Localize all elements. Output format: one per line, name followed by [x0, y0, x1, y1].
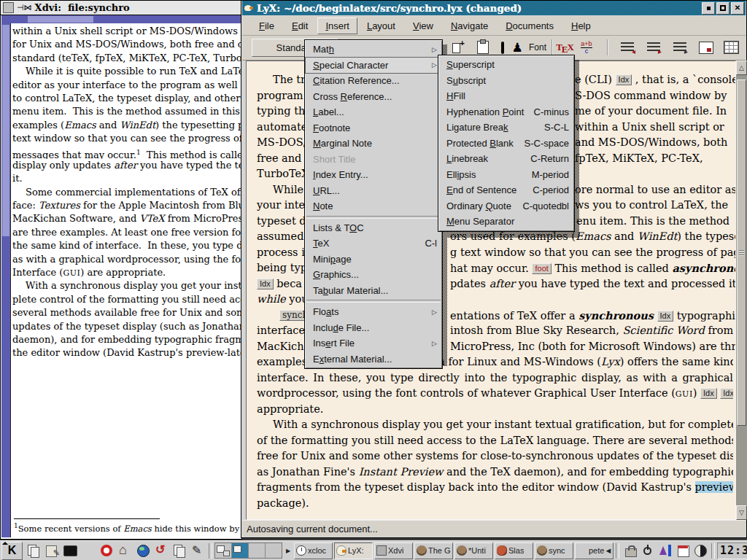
pager-desktop-2[interactable] — [232, 543, 249, 558]
task-button-pete[interactable]: pete◄ — [575, 542, 614, 559]
files-icon[interactable] — [171, 542, 188, 559]
insert-table-button[interactable] — [721, 38, 741, 57]
menubar-item-navigate[interactable]: Navigate — [443, 18, 496, 34]
idx-inset[interactable]: Idx — [720, 388, 733, 399]
insert-menu-item-index-entry[interactable]: Index Entry... — [306, 167, 441, 183]
insert-menu-item-tabular-material[interactable]: Tabular Material... — [306, 283, 441, 299]
tray-power-icon[interactable] — [639, 542, 657, 559]
menubar-item-file[interactable]: File — [251, 18, 282, 34]
news-icon[interactable] — [152, 542, 170, 559]
insert-menu-item-tex[interactable]: TeXC-l — [306, 236, 441, 252]
task-label: xcloc — [308, 546, 326, 555]
special-character-item-ordinary-quote[interactable]: Ordinary QuoteC-quotedbl — [439, 198, 573, 214]
vertical-scrollbar-thumb[interactable] — [2, 25, 9, 236]
tray-organizer-icon[interactable] — [674, 542, 692, 559]
scroll-up-button[interactable]: △ — [736, 61, 747, 75]
depth-decrease-button[interactable] — [617, 38, 638, 57]
insert-menu-item-lists-toc[interactable]: Lists & TOC — [306, 220, 441, 236]
maximize-button[interactable] — [716, 2, 729, 15]
special-character-item-end-of-sentence[interactable]: End of SentenceC-period — [439, 182, 573, 198]
math-mode-button[interactable]: a+bc — [576, 38, 597, 57]
insert-menu-item-marginal-note[interactable]: Marginal Note — [306, 136, 441, 152]
task-button-the-g[interactable]: The G — [414, 542, 453, 559]
special-character-item-menu-separator[interactable]: Menu Separator — [439, 214, 573, 230]
pager-desktop-1[interactable] — [215, 543, 232, 558]
insert-menu-item-url[interactable]: URL... — [306, 183, 441, 199]
task-button-unti[interactable]: *Unti — [454, 542, 493, 559]
special-character-item-hfill[interactable]: HFill — [439, 88, 573, 104]
insert-menu-item-minipage[interactable]: Minipage — [306, 252, 441, 268]
indent-button[interactable] — [670, 38, 690, 57]
insert-menu-item-citation-reference[interactable]: Citation Reference... — [306, 73, 441, 89]
home-icon[interactable] — [116, 542, 133, 559]
task-button-xcloc[interactable]: xcloc — [294, 542, 333, 559]
horizontal-scrollbar-thumb[interactable] — [28, 16, 93, 23]
editor-icon[interactable] — [189, 542, 206, 559]
insert-menu-item-insert-file[interactable]: Insert File▷ — [306, 335, 441, 351]
terminal-icon[interactable] — [80, 542, 97, 559]
lyx-titlebar[interactable]: LyX: ~/doc/beginlatex/src/synchro.lyx (c… — [242, 1, 746, 15]
insert-menu-item-cross-reference[interactable]: Cross Reference... — [306, 89, 441, 105]
special-character-item-hyphenation-point[interactable]: Hyphenation PointC-minus — [439, 104, 573, 120]
k-menu-button[interactable]: K — [1, 542, 23, 560]
task-button-xdvi[interactable]: Xdvi — [374, 542, 413, 559]
draw-icon[interactable] — [43, 542, 61, 559]
insert-menu-item-external-material[interactable]: External Material... — [306, 351, 441, 368]
mnemonic-underline: S — [446, 59, 453, 70]
task-button-lyx[interactable]: LyX: — [334, 542, 373, 559]
special-character-item-protected-blank[interactable]: Protected BlankS-C-space — [439, 136, 573, 152]
insert-menu-item-graphics[interactable]: Graphics... — [306, 267, 441, 283]
close-button[interactable]: ✕ — [731, 2, 744, 15]
menubar-item-help[interactable]: Help — [563, 18, 599, 34]
task-button-sync[interactable]: sync — [535, 542, 573, 559]
insert-menu-item-math[interactable]: Math▷ — [306, 42, 441, 58]
insert-menu-item-floats[interactable]: Floats▷ — [306, 304, 441, 320]
foot-inset[interactable]: foot — [532, 263, 551, 274]
insert-menu-item-special-character[interactable]: Special Character▷ — [306, 58, 441, 74]
lyx-vertical-scrollbar[interactable]: △ ▽ — [736, 61, 747, 520]
menubar-item-view[interactable]: View — [405, 18, 441, 34]
special-character-item-ellipsis[interactable]: EllipsisM-period — [439, 167, 573, 183]
menubar-item-layout[interactable]: Layout — [359, 18, 403, 34]
pager-expand-arrow[interactable]: ▶ — [285, 542, 292, 559]
mnemonic-underline: h — [329, 44, 334, 55]
tray-lock-icon[interactable] — [622, 542, 639, 559]
idx-inset[interactable]: Idx — [700, 388, 717, 399]
menu-item-label: Citation Reference... — [313, 75, 437, 86]
menubar-item-insert[interactable]: Insert — [317, 18, 357, 34]
xdvi-vertical-scrollbar[interactable] — [1, 23, 11, 537]
menubar-item-edit[interactable]: Edit — [284, 18, 316, 34]
insert-figure-button[interactable] — [696, 38, 716, 57]
menubar-item-documents[interactable]: Documents — [498, 18, 562, 34]
special-character-item-linebreak[interactable]: LinebreakC-Return — [439, 151, 573, 167]
xdvi-text-line: menu item. This is the method assumed in… — [12, 105, 241, 118]
task-button-slas[interactable]: Slas — [495, 542, 533, 559]
idx-inset[interactable]: Idx — [616, 74, 632, 85]
scrollbar-thumb[interactable] — [737, 79, 746, 426]
toolbar-separator — [551, 39, 552, 55]
browser-icon[interactable] — [134, 542, 152, 559]
insert-menu-item-note[interactable]: Note — [306, 198, 441, 214]
idx-inset[interactable]: Idx — [257, 279, 274, 289]
pager-desktop-3[interactable] — [249, 543, 266, 558]
special-character-item-ligature-break[interactable]: Ligature BreakS-C-L — [439, 120, 573, 136]
display-icon[interactable] — [61, 542, 79, 559]
xdvi-text-line: editor as your interface to the program … — [12, 79, 241, 92]
depth-increase-button[interactable] — [643, 38, 664, 57]
idx-inset[interactable]: Idx — [657, 311, 674, 322]
help-icon[interactable] — [98, 542, 115, 559]
special-character-item-superscript[interactable]: Superscript — [439, 57, 573, 73]
minimize-button[interactable] — [702, 2, 715, 15]
tray-paint-icon[interactable] — [657, 542, 674, 559]
pager-desktop-4[interactable] — [266, 543, 282, 558]
insert-menu-item-label[interactable]: Label... — [306, 104, 441, 120]
special-character-item-subscript[interactable]: Subscript — [439, 73, 573, 89]
scroll-down-button[interactable]: ▽ — [736, 505, 747, 520]
insert-menu-item-footnote[interactable]: Footnote — [306, 120, 441, 136]
insert-menu-item-include-file[interactable]: Include File... — [306, 320, 441, 336]
document-text-fragment: pdates after you have typed the text and… — [450, 278, 736, 289]
tray-moon-icon[interactable] — [692, 542, 709, 559]
taskbar-clock[interactable]: 12:31 — [717, 542, 747, 559]
documents-icon[interactable] — [25, 542, 42, 559]
xdvi-titlebar[interactable]: ⊣⋈ Xdvi: file:synchro — [1, 1, 241, 15]
